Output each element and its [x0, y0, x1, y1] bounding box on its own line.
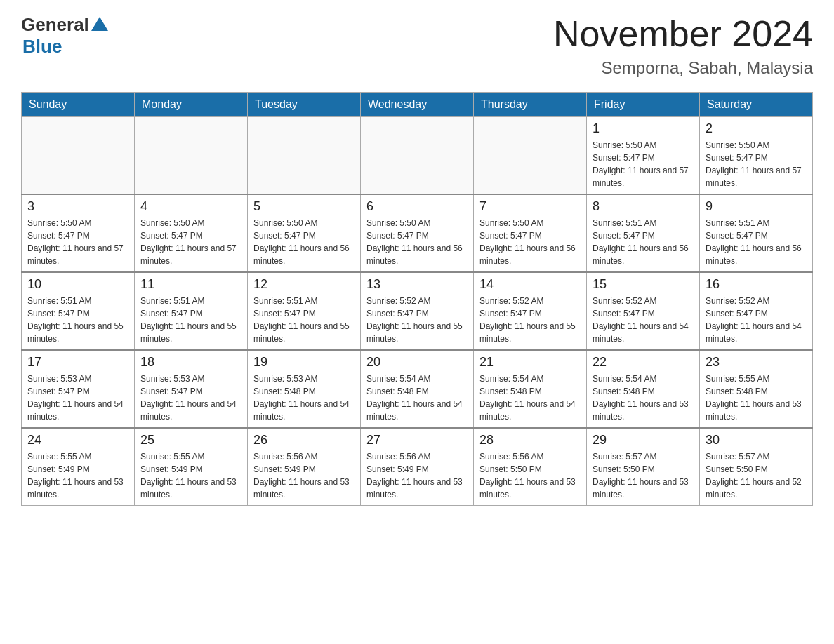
day-info: Sunrise: 5:52 AMSunset: 5:47 PMDaylight:…	[479, 295, 581, 345]
calendar-cell: 9Sunrise: 5:51 AMSunset: 5:47 PMDaylight…	[700, 194, 813, 272]
calendar-week-row: 24Sunrise: 5:55 AMSunset: 5:49 PMDayligh…	[22, 428, 813, 506]
day-info: Sunrise: 5:55 AMSunset: 5:49 PMDaylight:…	[140, 450, 241, 501]
day-number: 21	[479, 355, 581, 370]
day-info: Sunrise: 5:51 AMSunset: 5:47 PMDaylight:…	[253, 295, 355, 345]
day-info: Sunrise: 5:50 AMSunset: 5:47 PMDaylight:…	[27, 217, 128, 267]
day-info: Sunrise: 5:52 AMSunset: 5:47 PMDaylight:…	[366, 295, 468, 345]
title-section: November 2024 Semporna, Sabah, Malaysia	[553, 14, 813, 78]
calendar-cell: 5Sunrise: 5:50 AMSunset: 5:47 PMDaylight…	[248, 194, 361, 272]
calendar-week-row: 1Sunrise: 5:50 AMSunset: 5:47 PMDaylight…	[22, 117, 813, 195]
weekday-header-row: SundayMondayTuesdayWednesdayThursdayFrid…	[22, 93, 813, 117]
calendar-cell: 10Sunrise: 5:51 AMSunset: 5:47 PMDayligh…	[22, 272, 135, 350]
logo: General Blue	[21, 14, 108, 58]
day-number: 11	[140, 277, 241, 292]
weekday-header-wednesday: Wednesday	[361, 93, 474, 117]
day-number: 20	[366, 355, 468, 370]
calendar-cell: 30Sunrise: 5:57 AMSunset: 5:50 PMDayligh…	[700, 428, 813, 506]
day-number: 22	[593, 355, 694, 370]
day-number: 18	[140, 355, 241, 370]
day-number: 23	[706, 355, 807, 370]
day-number: 10	[27, 277, 128, 292]
calendar-cell: 8Sunrise: 5:51 AMSunset: 5:47 PMDaylight…	[587, 194, 700, 272]
day-info: Sunrise: 5:54 AMSunset: 5:48 PMDaylight:…	[366, 373, 468, 423]
calendar-cell: 2Sunrise: 5:50 AMSunset: 5:47 PMDaylight…	[700, 117, 813, 195]
calendar-cell	[135, 117, 248, 195]
day-info: Sunrise: 5:50 AMSunset: 5:47 PMDaylight:…	[366, 217, 468, 267]
day-number: 7	[479, 199, 581, 214]
day-info: Sunrise: 5:51 AMSunset: 5:47 PMDaylight:…	[593, 217, 694, 267]
day-info: Sunrise: 5:53 AMSunset: 5:48 PMDaylight:…	[253, 373, 355, 423]
day-info: Sunrise: 5:50 AMSunset: 5:47 PMDaylight:…	[253, 217, 355, 267]
day-info: Sunrise: 5:51 AMSunset: 5:47 PMDaylight:…	[27, 295, 128, 345]
calendar-cell: 20Sunrise: 5:54 AMSunset: 5:48 PMDayligh…	[361, 350, 474, 428]
day-info: Sunrise: 5:56 AMSunset: 5:50 PMDaylight:…	[479, 450, 581, 501]
day-info: Sunrise: 5:50 AMSunset: 5:47 PMDaylight:…	[706, 139, 807, 189]
calendar-cell: 1Sunrise: 5:50 AMSunset: 5:47 PMDaylight…	[587, 117, 700, 195]
weekday-header-saturday: Saturday	[700, 93, 813, 117]
calendar-cell	[248, 117, 361, 195]
day-number: 27	[366, 433, 468, 448]
calendar-cell	[474, 117, 587, 195]
logo-triangle-icon	[91, 17, 108, 31]
day-info: Sunrise: 5:50 AMSunset: 5:47 PMDaylight:…	[479, 217, 581, 267]
day-info: Sunrise: 5:57 AMSunset: 5:50 PMDaylight:…	[593, 450, 694, 501]
calendar-cell: 29Sunrise: 5:57 AMSunset: 5:50 PMDayligh…	[587, 428, 700, 506]
calendar-cell: 3Sunrise: 5:50 AMSunset: 5:47 PMDaylight…	[22, 194, 135, 272]
day-number: 5	[253, 199, 355, 214]
day-number: 25	[140, 433, 241, 448]
calendar-cell: 28Sunrise: 5:56 AMSunset: 5:50 PMDayligh…	[474, 428, 587, 506]
day-info: Sunrise: 5:56 AMSunset: 5:49 PMDaylight:…	[253, 450, 355, 501]
day-number: 17	[27, 355, 128, 370]
day-info: Sunrise: 5:53 AMSunset: 5:47 PMDaylight:…	[27, 373, 128, 423]
calendar-cell	[361, 117, 474, 195]
day-number: 26	[253, 433, 355, 448]
calendar-cell: 13Sunrise: 5:52 AMSunset: 5:47 PMDayligh…	[361, 272, 474, 350]
day-number: 6	[366, 199, 468, 214]
day-number: 30	[706, 433, 807, 448]
day-number: 24	[27, 433, 128, 448]
day-number: 19	[253, 355, 355, 370]
day-number: 29	[593, 433, 694, 448]
day-info: Sunrise: 5:54 AMSunset: 5:48 PMDaylight:…	[479, 373, 581, 423]
day-info: Sunrise: 5:51 AMSunset: 5:47 PMDaylight:…	[140, 295, 241, 345]
day-info: Sunrise: 5:52 AMSunset: 5:47 PMDaylight:…	[593, 295, 694, 345]
weekday-header-sunday: Sunday	[22, 93, 135, 117]
day-number: 13	[366, 277, 468, 292]
calendar-cell: 11Sunrise: 5:51 AMSunset: 5:47 PMDayligh…	[135, 272, 248, 350]
calendar-cell: 17Sunrise: 5:53 AMSunset: 5:47 PMDayligh…	[22, 350, 135, 428]
day-info: Sunrise: 5:50 AMSunset: 5:47 PMDaylight:…	[593, 139, 694, 189]
day-number: 2	[706, 121, 807, 136]
calendar-cell: 25Sunrise: 5:55 AMSunset: 5:49 PMDayligh…	[135, 428, 248, 506]
calendar-week-row: 3Sunrise: 5:50 AMSunset: 5:47 PMDaylight…	[22, 194, 813, 272]
day-number: 9	[706, 199, 807, 214]
day-number: 16	[706, 277, 807, 292]
weekday-header-tuesday: Tuesday	[248, 93, 361, 117]
day-info: Sunrise: 5:55 AMSunset: 5:48 PMDaylight:…	[706, 373, 807, 423]
calendar-cell: 12Sunrise: 5:51 AMSunset: 5:47 PMDayligh…	[248, 272, 361, 350]
day-number: 4	[140, 199, 241, 214]
weekday-header-thursday: Thursday	[474, 93, 587, 117]
calendar-cell: 15Sunrise: 5:52 AMSunset: 5:47 PMDayligh…	[587, 272, 700, 350]
day-info: Sunrise: 5:54 AMSunset: 5:48 PMDaylight:…	[593, 373, 694, 423]
day-number: 1	[593, 121, 694, 136]
day-number: 8	[593, 199, 694, 214]
day-info: Sunrise: 5:53 AMSunset: 5:47 PMDaylight:…	[140, 373, 241, 423]
logo-general-text: General	[21, 14, 89, 36]
day-info: Sunrise: 5:55 AMSunset: 5:49 PMDaylight:…	[27, 450, 128, 501]
calendar-cell: 14Sunrise: 5:52 AMSunset: 5:47 PMDayligh…	[474, 272, 587, 350]
location-title: Semporna, Sabah, Malaysia	[553, 58, 813, 78]
calendar-cell: 26Sunrise: 5:56 AMSunset: 5:49 PMDayligh…	[248, 428, 361, 506]
calendar-cell: 6Sunrise: 5:50 AMSunset: 5:47 PMDaylight…	[361, 194, 474, 272]
calendar-cell: 27Sunrise: 5:56 AMSunset: 5:49 PMDayligh…	[361, 428, 474, 506]
weekday-header-monday: Monday	[135, 93, 248, 117]
calendar-cell: 24Sunrise: 5:55 AMSunset: 5:49 PMDayligh…	[22, 428, 135, 506]
day-info: Sunrise: 5:57 AMSunset: 5:50 PMDaylight:…	[706, 450, 807, 501]
calendar-week-row: 17Sunrise: 5:53 AMSunset: 5:47 PMDayligh…	[22, 350, 813, 428]
page-header: General Blue November 2024 Semporna, Sab…	[21, 14, 813, 78]
day-info: Sunrise: 5:50 AMSunset: 5:47 PMDaylight:…	[140, 217, 241, 267]
day-number: 14	[479, 277, 581, 292]
calendar-table: SundayMondayTuesdayWednesdayThursdayFrid…	[21, 92, 813, 506]
calendar-week-row: 10Sunrise: 5:51 AMSunset: 5:47 PMDayligh…	[22, 272, 813, 350]
day-info: Sunrise: 5:52 AMSunset: 5:47 PMDaylight:…	[706, 295, 807, 345]
day-number: 3	[27, 199, 128, 214]
